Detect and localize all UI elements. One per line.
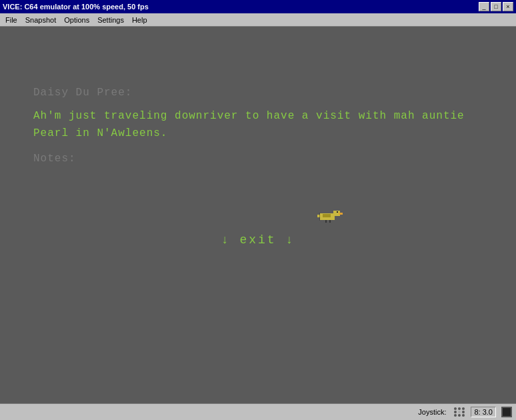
window-title: VICE: C64 emulator at 100% speed, 50 fps (3, 3, 149, 11)
minimize-button[interactable]: _ (479, 2, 489, 11)
drive-indicator (501, 407, 512, 417)
svg-rect-8 (319, 213, 320, 221)
menu-snapshot[interactable]: Snapshot (21, 15, 60, 25)
statusbar: Joystick: 8: 3.0 (0, 403, 516, 420)
c64-display: Daisy Du Pree: Ah'm just traveling downr… (7, 33, 509, 397)
titlebar: VICE: C64 emulator at 100% speed, 50 fps… (0, 0, 516, 13)
dialogue-text: Ah'm just traveling downriver to have a … (33, 108, 473, 142)
exit-button[interactable]: ↓ exit ↓ (221, 233, 295, 247)
emulator-screen: Daisy Du Pree: Ah'm just traveling downr… (0, 27, 516, 403)
svg-rect-7 (329, 220, 331, 223)
notes-label: Notes: (33, 153, 76, 165)
sprite-bird (313, 207, 347, 227)
svg-rect-4 (323, 214, 331, 217)
joystick-indicator (454, 407, 465, 417)
close-button[interactable]: × (503, 2, 513, 11)
menu-settings[interactable]: Settings (93, 15, 128, 25)
speed-display: 8: 3.0 (471, 407, 496, 417)
maximize-button[interactable]: □ (491, 2, 501, 11)
svg-rect-6 (325, 220, 327, 223)
joystick-label: Joystick: (418, 408, 446, 416)
menubar: File Snapshot Options Settings Help (0, 13, 516, 27)
menu-file[interactable]: File (1, 15, 21, 25)
window-controls: _ □ × (479, 2, 513, 11)
character-name: Daisy Du Pree: (33, 87, 132, 99)
menu-help[interactable]: Help (128, 15, 151, 25)
svg-rect-2 (339, 213, 343, 215)
menu-options[interactable]: Options (60, 15, 93, 25)
svg-rect-3 (337, 211, 338, 213)
